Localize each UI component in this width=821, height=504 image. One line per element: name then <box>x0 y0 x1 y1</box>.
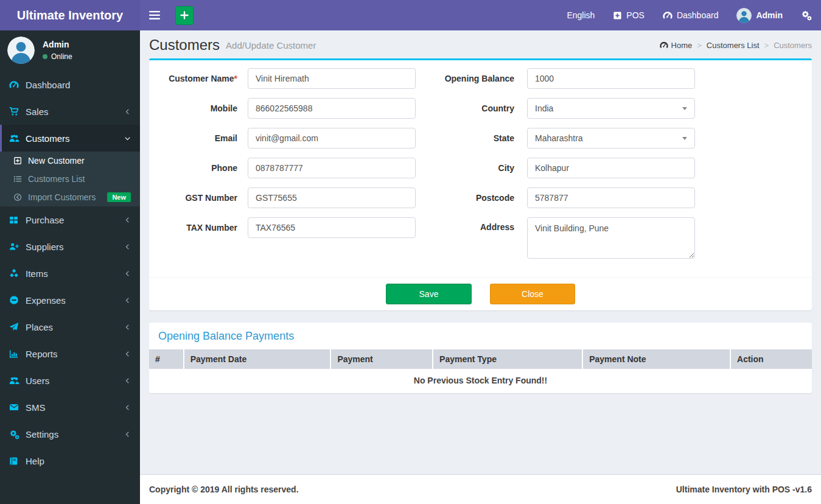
gst-number-label: GST Number <box>158 193 248 203</box>
content-header: Customers Add/Update Customer Home > Cus… <box>140 30 821 58</box>
chevron-down-icon <box>124 135 131 142</box>
customer-name-input[interactable] <box>248 68 416 89</box>
empty-table-row: No Previous Stock Entry Found!! <box>149 369 812 393</box>
sidebar-item-help[interactable]: Help <box>0 447 140 474</box>
chevron-left-icon <box>124 243 131 250</box>
sidebar-item-purchase[interactable]: Purchase <box>0 206 140 233</box>
users-icon <box>9 133 26 144</box>
envelope-icon <box>9 402 26 412</box>
tax-number-input[interactable] <box>248 217 416 238</box>
chevron-left-icon <box>124 270 131 277</box>
customer-name-label: Customer Name* <box>158 74 248 83</box>
sidebar-item-import-customers[interactable]: Import Customers New <box>0 188 140 206</box>
sidebar-item-suppliers[interactable]: Suppliers <box>0 233 140 260</box>
sidebar-item-sales[interactable]: Sales <box>0 98 140 125</box>
grid-icon <box>9 215 26 225</box>
empty-message: No Previous Stock Entry Found!! <box>149 369 812 393</box>
sidebar-item-new-customer[interactable]: New Customer <box>0 152 140 170</box>
page-title: Customers <box>149 37 220 54</box>
state-label: State <box>426 133 527 143</box>
pos-link[interactable]: POS <box>604 8 654 23</box>
save-button[interactable]: Save <box>386 284 472 304</box>
chevron-left-icon <box>124 404 131 411</box>
sidebar-item-items[interactable]: Items <box>0 260 140 287</box>
city-label: City <box>426 163 527 173</box>
chevron-left-icon <box>124 431 131 438</box>
app-version-text: Ultimate Inventory with POS -v1.6 <box>676 485 812 494</box>
payments-table: # Payment Date Payment Payment Type Paym… <box>149 349 812 393</box>
book-icon <box>9 457 26 466</box>
settings-menu-button[interactable] <box>792 8 821 23</box>
list-icon <box>13 175 28 183</box>
chevron-left-icon <box>124 297 131 304</box>
sidebar-item-reports[interactable]: Reports <box>0 340 140 367</box>
sidebar-item-expenses[interactable]: Expenses <box>0 287 140 313</box>
avatar[interactable] <box>7 37 35 64</box>
email-input[interactable] <box>248 128 416 149</box>
column-header-action: Action <box>730 349 812 369</box>
paper-plane-icon <box>9 322 26 332</box>
form-actions: Save Close <box>149 277 812 310</box>
close-button[interactable]: Close <box>490 284 575 304</box>
breadcrumb-customers-list[interactable]: Customers List <box>707 41 760 50</box>
customers-submenu: New Customer Customers List Import Custo… <box>0 152 140 206</box>
state-select[interactable]: Maharashtra <box>527 128 695 149</box>
chevron-left-icon <box>124 108 131 115</box>
sidebar-item-customers-list[interactable]: Customers List <box>0 170 140 188</box>
sidebar-toggle-button[interactable] <box>140 0 169 30</box>
plus-icon <box>180 10 189 20</box>
postcode-input[interactable] <box>527 187 695 208</box>
language-label: English <box>567 10 595 20</box>
caret-down-icon <box>682 137 687 140</box>
speedometer-icon <box>663 10 673 20</box>
sidebar-item-users[interactable]: Users <box>0 367 140 394</box>
column-header-payment-type: Payment Type <box>433 349 582 369</box>
column-header-payment-note: Payment Note <box>582 349 730 369</box>
user-label: Admin <box>756 10 783 20</box>
address-label: Address <box>426 217 527 232</box>
import-arrow-circle-icon <box>13 193 28 201</box>
mobile-input[interactable] <box>248 98 416 119</box>
user-menu[interactable]: Admin <box>727 8 792 23</box>
chevron-left-icon <box>124 324 131 331</box>
minus-circle-icon <box>9 295 26 305</box>
city-input[interactable] <box>527 158 695 178</box>
address-textarea[interactable]: Vinit Building, Pune <box>527 217 695 259</box>
language-menu[interactable]: English <box>557 8 604 23</box>
opening-balance-input[interactable] <box>527 68 695 89</box>
gst-number-input[interactable] <box>248 187 416 208</box>
sidebar-item-sms[interactable]: SMS <box>0 394 140 421</box>
sidebar-user-status[interactable]: Online <box>43 52 72 61</box>
breadcrumb-home[interactable]: Home <box>660 41 693 50</box>
column-header-payment-date: Payment Date <box>184 349 331 369</box>
avatar <box>736 8 752 23</box>
content-body: Customer Name* Mobile Email Phone <box>140 58 821 393</box>
dashboard-link[interactable]: Dashboard <box>654 8 728 23</box>
new-badge: New <box>107 192 131 202</box>
sidebar-item-places[interactable]: Places <box>0 313 140 340</box>
hamburger-icon <box>149 11 160 19</box>
country-label: Country <box>426 103 527 113</box>
gears-icon <box>9 429 26 439</box>
phone-input[interactable] <box>248 158 416 178</box>
sidebar-item-dashboard[interactable]: Dashboard <box>0 71 140 98</box>
form-left-column: Customer Name* Mobile Email Phone <box>158 68 426 268</box>
form-right-column: Opening Balance Country India State <box>426 68 803 268</box>
mobile-label: Mobile <box>158 103 248 113</box>
sidebar-item-settings[interactable]: Settings <box>0 421 140 447</box>
cart-icon <box>9 107 26 116</box>
quick-add-button[interactable] <box>175 6 194 25</box>
pos-label: POS <box>626 10 645 20</box>
brand-logo[interactable]: Ultimate Inventory <box>0 0 140 30</box>
sidebar: Admin Online Dashboard Sales Customers N… <box>0 30 140 504</box>
opening-balance-label: Opening Balance <box>426 74 527 83</box>
required-asterisk: * <box>234 74 237 83</box>
speedometer-icon <box>9 80 26 89</box>
users-icon <box>9 376 26 386</box>
sidebar-item-customers[interactable]: Customers <box>0 125 140 152</box>
speedometer-icon <box>660 41 668 49</box>
sidebar-menu-lower: Purchase Suppliers Items Expenses Places… <box>0 206 140 474</box>
sidebar-menu: Dashboard Sales Customers <box>0 71 140 152</box>
country-select[interactable]: India <box>527 98 695 119</box>
sidebar-user-panel: Admin Online <box>0 30 140 71</box>
